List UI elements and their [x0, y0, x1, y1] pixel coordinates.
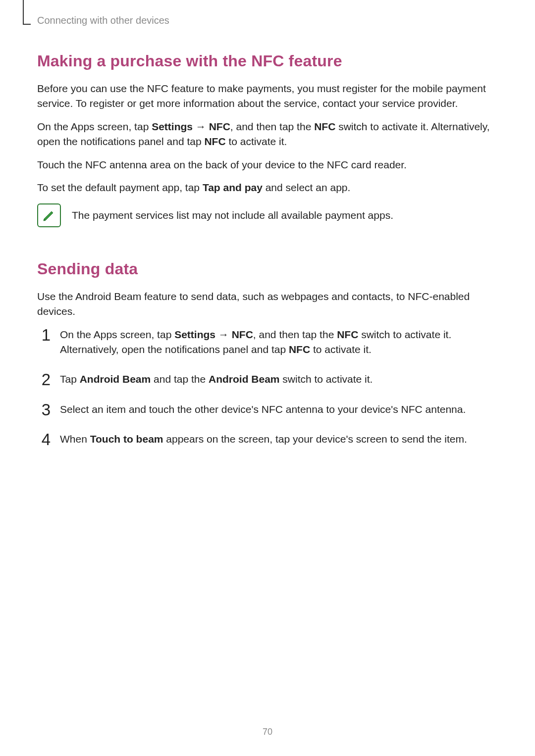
label-nfc: NFC — [209, 121, 230, 132]
text: , and then tap the — [230, 121, 314, 132]
step-4: When Touch to beam appears on the screen… — [37, 432, 498, 447]
steps-list: On the Apps screen, tap Settings → NFC, … — [37, 327, 498, 447]
text: To set the default payment app, tap — [37, 182, 203, 193]
text: appears on the screen, tap your device's… — [163, 433, 467, 445]
paragraph-default-app: To set the default payment app, tap Tap … — [37, 180, 498, 195]
label-touch-to-beam: Touch to beam — [90, 433, 163, 445]
text: Select an item and touch the other devic… — [60, 403, 466, 415]
page-corner-mark — [23, 0, 31, 25]
text: Tap — [60, 373, 80, 385]
text: On the Apps screen, tap — [60, 329, 174, 340]
text: and select an app. — [263, 182, 350, 193]
text: switch to activate it. — [280, 373, 373, 385]
text: to activate it. — [310, 344, 372, 355]
page-content: Connecting with other devices Making a p… — [0, 0, 535, 447]
text: to activate it. — [226, 136, 287, 147]
note-callout: The payment services list may not includ… — [37, 203, 498, 227]
text: , and then tap the — [253, 329, 337, 340]
label-nfc: NFC — [289, 344, 310, 355]
label-nfc: NFC — [204, 136, 225, 147]
section-title-sending-data: Sending data — [37, 260, 498, 278]
note-text: The payment services list may not includ… — [72, 208, 393, 222]
label-settings: Settings — [152, 121, 193, 132]
label-android-beam: Android Beam — [209, 373, 280, 385]
page-number: 70 — [0, 727, 535, 737]
step-3: Select an item and touch the other devic… — [37, 402, 498, 417]
label-settings: Settings — [174, 329, 215, 340]
paragraph-intro: Before you can use the NFC feature to ma… — [37, 81, 498, 111]
label-nfc: NFC — [232, 329, 253, 340]
step-2: Tap Android Beam and tap the Android Bea… — [37, 372, 498, 387]
note-icon — [37, 203, 61, 227]
breadcrumb: Connecting with other devices — [37, 15, 498, 26]
text: → — [215, 329, 232, 340]
pencil-note-icon — [42, 208, 56, 223]
text: and tap the — [151, 373, 209, 385]
label-tap-and-pay: Tap and pay — [203, 182, 263, 193]
label-android-beam: Android Beam — [80, 373, 151, 385]
text: → — [193, 121, 209, 132]
label-nfc: NFC — [337, 329, 358, 340]
paragraph-nfc-activate: On the Apps screen, tap Settings → NFC, … — [37, 119, 498, 150]
label-nfc: NFC — [314, 121, 335, 132]
paragraph-touch-antenna: Touch the NFC antenna area on the back o… — [37, 157, 498, 172]
paragraph-android-beam-intro: Use the Android Beam feature to send dat… — [37, 289, 498, 319]
text: When — [60, 433, 90, 445]
step-1: On the Apps screen, tap Settings → NFC, … — [37, 327, 498, 357]
section-title-nfc-purchase: Making a purchase with the NFC feature — [37, 52, 498, 70]
text: On the Apps screen, tap — [37, 121, 152, 132]
